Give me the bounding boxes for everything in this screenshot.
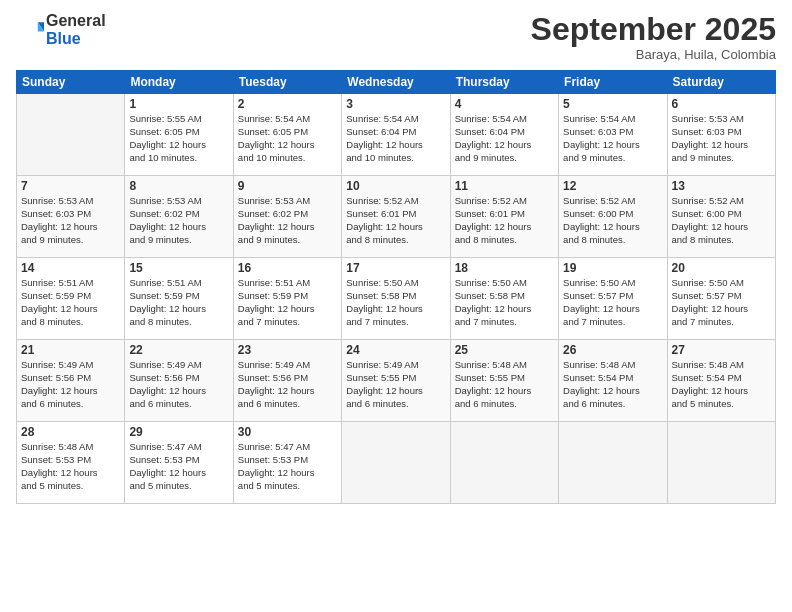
day-detail: Sunrise: 5:53 AMSunset: 6:02 PMDaylight:… (238, 195, 337, 246)
day-number: 30 (238, 425, 337, 439)
day-detail: Sunrise: 5:54 AMSunset: 6:03 PMDaylight:… (563, 113, 662, 164)
calendar-cell (17, 94, 125, 176)
day-number: 10 (346, 179, 445, 193)
calendar-cell (342, 422, 450, 504)
month-title: September 2025 (531, 12, 776, 47)
day-detail: Sunrise: 5:52 AMSunset: 6:00 PMDaylight:… (563, 195, 662, 246)
day-number: 11 (455, 179, 554, 193)
calendar-cell: 18Sunrise: 5:50 AMSunset: 5:58 PMDayligh… (450, 258, 558, 340)
day-detail: Sunrise: 5:51 AMSunset: 5:59 PMDaylight:… (21, 277, 120, 328)
day-number: 19 (563, 261, 662, 275)
day-detail: Sunrise: 5:53 AMSunset: 6:02 PMDaylight:… (129, 195, 228, 246)
calendar-cell: 25Sunrise: 5:48 AMSunset: 5:55 PMDayligh… (450, 340, 558, 422)
day-number: 5 (563, 97, 662, 111)
title-block: September 2025 Baraya, Huila, Colombia (531, 12, 776, 62)
calendar-cell: 8Sunrise: 5:53 AMSunset: 6:02 PMDaylight… (125, 176, 233, 258)
day-number: 9 (238, 179, 337, 193)
calendar-cell: 5Sunrise: 5:54 AMSunset: 6:03 PMDaylight… (559, 94, 667, 176)
day-detail: Sunrise: 5:52 AMSunset: 6:00 PMDaylight:… (672, 195, 771, 246)
day-detail: Sunrise: 5:50 AMSunset: 5:58 PMDaylight:… (346, 277, 445, 328)
logo-blue-text: Blue (46, 30, 81, 47)
day-detail: Sunrise: 5:49 AMSunset: 5:56 PMDaylight:… (238, 359, 337, 410)
day-number: 27 (672, 343, 771, 357)
day-detail: Sunrise: 5:50 AMSunset: 5:57 PMDaylight:… (672, 277, 771, 328)
day-number: 7 (21, 179, 120, 193)
day-detail: Sunrise: 5:48 AMSunset: 5:53 PMDaylight:… (21, 441, 120, 492)
day-number: 20 (672, 261, 771, 275)
calendar-cell: 4Sunrise: 5:54 AMSunset: 6:04 PMDaylight… (450, 94, 558, 176)
location: Baraya, Huila, Colombia (531, 47, 776, 62)
day-number: 13 (672, 179, 771, 193)
day-number: 23 (238, 343, 337, 357)
day-number: 26 (563, 343, 662, 357)
day-detail: Sunrise: 5:54 AMSunset: 6:04 PMDaylight:… (346, 113, 445, 164)
calendar-cell: 10Sunrise: 5:52 AMSunset: 6:01 PMDayligh… (342, 176, 450, 258)
logo-general-text: General (46, 12, 106, 29)
day-detail: Sunrise: 5:53 AMSunset: 6:03 PMDaylight:… (21, 195, 120, 246)
day-detail: Sunrise: 5:52 AMSunset: 6:01 PMDaylight:… (455, 195, 554, 246)
weekday-header: Saturday (667, 71, 775, 94)
day-detail: Sunrise: 5:47 AMSunset: 5:53 PMDaylight:… (129, 441, 228, 492)
day-number: 4 (455, 97, 554, 111)
day-number: 14 (21, 261, 120, 275)
weekday-header: Friday (559, 71, 667, 94)
calendar-cell (450, 422, 558, 504)
calendar-cell: 30Sunrise: 5:47 AMSunset: 5:53 PMDayligh… (233, 422, 341, 504)
calendar-cell: 3Sunrise: 5:54 AMSunset: 6:04 PMDaylight… (342, 94, 450, 176)
day-number: 1 (129, 97, 228, 111)
day-detail: Sunrise: 5:50 AMSunset: 5:57 PMDaylight:… (563, 277, 662, 328)
calendar-cell: 6Sunrise: 5:53 AMSunset: 6:03 PMDaylight… (667, 94, 775, 176)
day-detail: Sunrise: 5:48 AMSunset: 5:54 PMDaylight:… (672, 359, 771, 410)
calendar-cell: 2Sunrise: 5:54 AMSunset: 6:05 PMDaylight… (233, 94, 341, 176)
calendar-cell: 22Sunrise: 5:49 AMSunset: 5:56 PMDayligh… (125, 340, 233, 422)
day-number: 17 (346, 261, 445, 275)
day-detail: Sunrise: 5:49 AMSunset: 5:55 PMDaylight:… (346, 359, 445, 410)
calendar-cell: 1Sunrise: 5:55 AMSunset: 6:05 PMDaylight… (125, 94, 233, 176)
calendar-cell: 7Sunrise: 5:53 AMSunset: 6:03 PMDaylight… (17, 176, 125, 258)
calendar-cell: 11Sunrise: 5:52 AMSunset: 6:01 PMDayligh… (450, 176, 558, 258)
day-number: 21 (21, 343, 120, 357)
day-detail: Sunrise: 5:54 AMSunset: 6:05 PMDaylight:… (238, 113, 337, 164)
day-number: 16 (238, 261, 337, 275)
weekday-header: Monday (125, 71, 233, 94)
weekday-header: Tuesday (233, 71, 341, 94)
day-detail: Sunrise: 5:50 AMSunset: 5:58 PMDaylight:… (455, 277, 554, 328)
logo-icon (16, 16, 44, 44)
weekday-header: Wednesday (342, 71, 450, 94)
day-number: 18 (455, 261, 554, 275)
calendar-cell: 28Sunrise: 5:48 AMSunset: 5:53 PMDayligh… (17, 422, 125, 504)
calendar-cell: 26Sunrise: 5:48 AMSunset: 5:54 PMDayligh… (559, 340, 667, 422)
day-detail: Sunrise: 5:51 AMSunset: 5:59 PMDaylight:… (238, 277, 337, 328)
calendar-cell: 21Sunrise: 5:49 AMSunset: 5:56 PMDayligh… (17, 340, 125, 422)
day-detail: Sunrise: 5:51 AMSunset: 5:59 PMDaylight:… (129, 277, 228, 328)
logo: General Blue (16, 12, 106, 47)
day-number: 24 (346, 343, 445, 357)
calendar-week-row: 14Sunrise: 5:51 AMSunset: 5:59 PMDayligh… (17, 258, 776, 340)
calendar-cell: 14Sunrise: 5:51 AMSunset: 5:59 PMDayligh… (17, 258, 125, 340)
day-number: 12 (563, 179, 662, 193)
day-detail: Sunrise: 5:54 AMSunset: 6:04 PMDaylight:… (455, 113, 554, 164)
calendar-cell: 29Sunrise: 5:47 AMSunset: 5:53 PMDayligh… (125, 422, 233, 504)
day-detail: Sunrise: 5:49 AMSunset: 5:56 PMDaylight:… (129, 359, 228, 410)
calendar-cell: 15Sunrise: 5:51 AMSunset: 5:59 PMDayligh… (125, 258, 233, 340)
day-detail: Sunrise: 5:53 AMSunset: 6:03 PMDaylight:… (672, 113, 771, 164)
calendar-week-row: 21Sunrise: 5:49 AMSunset: 5:56 PMDayligh… (17, 340, 776, 422)
calendar-body: 1Sunrise: 5:55 AMSunset: 6:05 PMDaylight… (17, 94, 776, 504)
calendar-cell: 9Sunrise: 5:53 AMSunset: 6:02 PMDaylight… (233, 176, 341, 258)
calendar-cell: 17Sunrise: 5:50 AMSunset: 5:58 PMDayligh… (342, 258, 450, 340)
calendar-table: SundayMondayTuesdayWednesdayThursdayFrid… (16, 70, 776, 504)
weekday-header: Sunday (17, 71, 125, 94)
day-detail: Sunrise: 5:49 AMSunset: 5:56 PMDaylight:… (21, 359, 120, 410)
day-detail: Sunrise: 5:48 AMSunset: 5:55 PMDaylight:… (455, 359, 554, 410)
calendar-cell (667, 422, 775, 504)
calendar-cell: 20Sunrise: 5:50 AMSunset: 5:57 PMDayligh… (667, 258, 775, 340)
calendar-cell: 27Sunrise: 5:48 AMSunset: 5:54 PMDayligh… (667, 340, 775, 422)
calendar-cell: 24Sunrise: 5:49 AMSunset: 5:55 PMDayligh… (342, 340, 450, 422)
day-detail: Sunrise: 5:48 AMSunset: 5:54 PMDaylight:… (563, 359, 662, 410)
day-number: 3 (346, 97, 445, 111)
header: General Blue September 2025 Baraya, Huil… (16, 12, 776, 62)
calendar-header: SundayMondayTuesdayWednesdayThursdayFrid… (17, 71, 776, 94)
calendar-cell (559, 422, 667, 504)
calendar-cell: 12Sunrise: 5:52 AMSunset: 6:00 PMDayligh… (559, 176, 667, 258)
day-detail: Sunrise: 5:55 AMSunset: 6:05 PMDaylight:… (129, 113, 228, 164)
